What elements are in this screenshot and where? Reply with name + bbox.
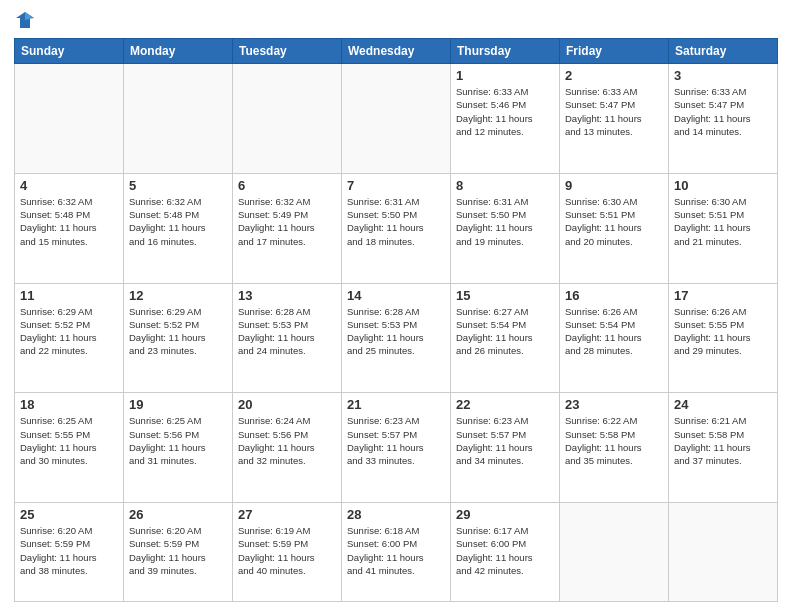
header-monday: Monday bbox=[124, 39, 233, 64]
day-number: 18 bbox=[20, 397, 118, 412]
calendar-header-row: SundayMondayTuesdayWednesdayThursdayFrid… bbox=[15, 39, 778, 64]
day-number: 7 bbox=[347, 178, 445, 193]
day-number: 15 bbox=[456, 288, 554, 303]
day-info: Sunrise: 6:30 AMSunset: 5:51 PMDaylight:… bbox=[565, 195, 663, 248]
week-row-3: 11Sunrise: 6:29 AMSunset: 5:52 PMDayligh… bbox=[15, 283, 778, 393]
day-number: 11 bbox=[20, 288, 118, 303]
calendar-cell: 8Sunrise: 6:31 AMSunset: 5:50 PMDaylight… bbox=[451, 173, 560, 283]
day-info: Sunrise: 6:19 AMSunset: 5:59 PMDaylight:… bbox=[238, 524, 336, 577]
week-row-1: 1Sunrise: 6:33 AMSunset: 5:46 PMDaylight… bbox=[15, 64, 778, 174]
calendar-cell: 29Sunrise: 6:17 AMSunset: 6:00 PMDayligh… bbox=[451, 503, 560, 602]
calendar-cell: 1Sunrise: 6:33 AMSunset: 5:46 PMDaylight… bbox=[451, 64, 560, 174]
calendar-cell: 22Sunrise: 6:23 AMSunset: 5:57 PMDayligh… bbox=[451, 393, 560, 503]
calendar-cell: 9Sunrise: 6:30 AMSunset: 5:51 PMDaylight… bbox=[560, 173, 669, 283]
logo-icon bbox=[14, 10, 36, 32]
day-info: Sunrise: 6:17 AMSunset: 6:00 PMDaylight:… bbox=[456, 524, 554, 577]
day-number: 16 bbox=[565, 288, 663, 303]
week-row-4: 18Sunrise: 6:25 AMSunset: 5:55 PMDayligh… bbox=[15, 393, 778, 503]
calendar-cell: 23Sunrise: 6:22 AMSunset: 5:58 PMDayligh… bbox=[560, 393, 669, 503]
header-friday: Friday bbox=[560, 39, 669, 64]
day-info: Sunrise: 6:31 AMSunset: 5:50 PMDaylight:… bbox=[456, 195, 554, 248]
day-info: Sunrise: 6:27 AMSunset: 5:54 PMDaylight:… bbox=[456, 305, 554, 358]
day-info: Sunrise: 6:28 AMSunset: 5:53 PMDaylight:… bbox=[238, 305, 336, 358]
calendar-cell: 17Sunrise: 6:26 AMSunset: 5:55 PMDayligh… bbox=[669, 283, 778, 393]
day-number: 20 bbox=[238, 397, 336, 412]
svg-marker-1 bbox=[25, 12, 34, 20]
header-wednesday: Wednesday bbox=[342, 39, 451, 64]
day-number: 24 bbox=[674, 397, 772, 412]
day-number: 27 bbox=[238, 507, 336, 522]
calendar-cell: 7Sunrise: 6:31 AMSunset: 5:50 PMDaylight… bbox=[342, 173, 451, 283]
calendar-page: SundayMondayTuesdayWednesdayThursdayFrid… bbox=[0, 0, 792, 612]
calendar-cell: 24Sunrise: 6:21 AMSunset: 5:58 PMDayligh… bbox=[669, 393, 778, 503]
day-info: Sunrise: 6:30 AMSunset: 5:51 PMDaylight:… bbox=[674, 195, 772, 248]
calendar-cell: 11Sunrise: 6:29 AMSunset: 5:52 PMDayligh… bbox=[15, 283, 124, 393]
day-info: Sunrise: 6:24 AMSunset: 5:56 PMDaylight:… bbox=[238, 414, 336, 467]
calendar-table: SundayMondayTuesdayWednesdayThursdayFrid… bbox=[14, 38, 778, 602]
calendar-cell bbox=[15, 64, 124, 174]
calendar-cell: 10Sunrise: 6:30 AMSunset: 5:51 PMDayligh… bbox=[669, 173, 778, 283]
day-info: Sunrise: 6:32 AMSunset: 5:48 PMDaylight:… bbox=[129, 195, 227, 248]
calendar-cell: 5Sunrise: 6:32 AMSunset: 5:48 PMDaylight… bbox=[124, 173, 233, 283]
day-number: 4 bbox=[20, 178, 118, 193]
header-saturday: Saturday bbox=[669, 39, 778, 64]
day-number: 25 bbox=[20, 507, 118, 522]
day-info: Sunrise: 6:32 AMSunset: 5:49 PMDaylight:… bbox=[238, 195, 336, 248]
header-tuesday: Tuesday bbox=[233, 39, 342, 64]
day-number: 3 bbox=[674, 68, 772, 83]
calendar-cell bbox=[560, 503, 669, 602]
day-info: Sunrise: 6:26 AMSunset: 5:55 PMDaylight:… bbox=[674, 305, 772, 358]
day-number: 6 bbox=[238, 178, 336, 193]
day-number: 13 bbox=[238, 288, 336, 303]
day-number: 9 bbox=[565, 178, 663, 193]
calendar-cell: 26Sunrise: 6:20 AMSunset: 5:59 PMDayligh… bbox=[124, 503, 233, 602]
day-number: 19 bbox=[129, 397, 227, 412]
calendar-cell: 12Sunrise: 6:29 AMSunset: 5:52 PMDayligh… bbox=[124, 283, 233, 393]
calendar-cell: 2Sunrise: 6:33 AMSunset: 5:47 PMDaylight… bbox=[560, 64, 669, 174]
calendar-cell bbox=[124, 64, 233, 174]
calendar-cell: 6Sunrise: 6:32 AMSunset: 5:49 PMDaylight… bbox=[233, 173, 342, 283]
day-info: Sunrise: 6:32 AMSunset: 5:48 PMDaylight:… bbox=[20, 195, 118, 248]
header-sunday: Sunday bbox=[15, 39, 124, 64]
calendar-cell: 25Sunrise: 6:20 AMSunset: 5:59 PMDayligh… bbox=[15, 503, 124, 602]
header bbox=[14, 10, 778, 32]
day-info: Sunrise: 6:28 AMSunset: 5:53 PMDaylight:… bbox=[347, 305, 445, 358]
day-number: 29 bbox=[456, 507, 554, 522]
day-number: 26 bbox=[129, 507, 227, 522]
header-thursday: Thursday bbox=[451, 39, 560, 64]
day-info: Sunrise: 6:29 AMSunset: 5:52 PMDaylight:… bbox=[129, 305, 227, 358]
day-info: Sunrise: 6:33 AMSunset: 5:47 PMDaylight:… bbox=[565, 85, 663, 138]
day-number: 14 bbox=[347, 288, 445, 303]
calendar-cell: 21Sunrise: 6:23 AMSunset: 5:57 PMDayligh… bbox=[342, 393, 451, 503]
calendar-cell: 28Sunrise: 6:18 AMSunset: 6:00 PMDayligh… bbox=[342, 503, 451, 602]
day-info: Sunrise: 6:23 AMSunset: 5:57 PMDaylight:… bbox=[347, 414, 445, 467]
day-number: 12 bbox=[129, 288, 227, 303]
day-info: Sunrise: 6:33 AMSunset: 5:46 PMDaylight:… bbox=[456, 85, 554, 138]
week-row-5: 25Sunrise: 6:20 AMSunset: 5:59 PMDayligh… bbox=[15, 503, 778, 602]
calendar-cell bbox=[233, 64, 342, 174]
calendar-cell bbox=[342, 64, 451, 174]
day-info: Sunrise: 6:31 AMSunset: 5:50 PMDaylight:… bbox=[347, 195, 445, 248]
day-number: 1 bbox=[456, 68, 554, 83]
day-number: 28 bbox=[347, 507, 445, 522]
day-info: Sunrise: 6:29 AMSunset: 5:52 PMDaylight:… bbox=[20, 305, 118, 358]
day-info: Sunrise: 6:20 AMSunset: 5:59 PMDaylight:… bbox=[129, 524, 227, 577]
week-row-2: 4Sunrise: 6:32 AMSunset: 5:48 PMDaylight… bbox=[15, 173, 778, 283]
day-info: Sunrise: 6:20 AMSunset: 5:59 PMDaylight:… bbox=[20, 524, 118, 577]
calendar-cell: 4Sunrise: 6:32 AMSunset: 5:48 PMDaylight… bbox=[15, 173, 124, 283]
calendar-cell bbox=[669, 503, 778, 602]
day-number: 10 bbox=[674, 178, 772, 193]
day-info: Sunrise: 6:25 AMSunset: 5:55 PMDaylight:… bbox=[20, 414, 118, 467]
calendar-cell: 19Sunrise: 6:25 AMSunset: 5:56 PMDayligh… bbox=[124, 393, 233, 503]
day-info: Sunrise: 6:21 AMSunset: 5:58 PMDaylight:… bbox=[674, 414, 772, 467]
day-info: Sunrise: 6:26 AMSunset: 5:54 PMDaylight:… bbox=[565, 305, 663, 358]
calendar-cell: 14Sunrise: 6:28 AMSunset: 5:53 PMDayligh… bbox=[342, 283, 451, 393]
calendar-cell: 16Sunrise: 6:26 AMSunset: 5:54 PMDayligh… bbox=[560, 283, 669, 393]
calendar-cell: 15Sunrise: 6:27 AMSunset: 5:54 PMDayligh… bbox=[451, 283, 560, 393]
calendar-cell: 3Sunrise: 6:33 AMSunset: 5:47 PMDaylight… bbox=[669, 64, 778, 174]
day-info: Sunrise: 6:18 AMSunset: 6:00 PMDaylight:… bbox=[347, 524, 445, 577]
day-info: Sunrise: 6:22 AMSunset: 5:58 PMDaylight:… bbox=[565, 414, 663, 467]
calendar-cell: 18Sunrise: 6:25 AMSunset: 5:55 PMDayligh… bbox=[15, 393, 124, 503]
day-info: Sunrise: 6:23 AMSunset: 5:57 PMDaylight:… bbox=[456, 414, 554, 467]
calendar-cell: 20Sunrise: 6:24 AMSunset: 5:56 PMDayligh… bbox=[233, 393, 342, 503]
